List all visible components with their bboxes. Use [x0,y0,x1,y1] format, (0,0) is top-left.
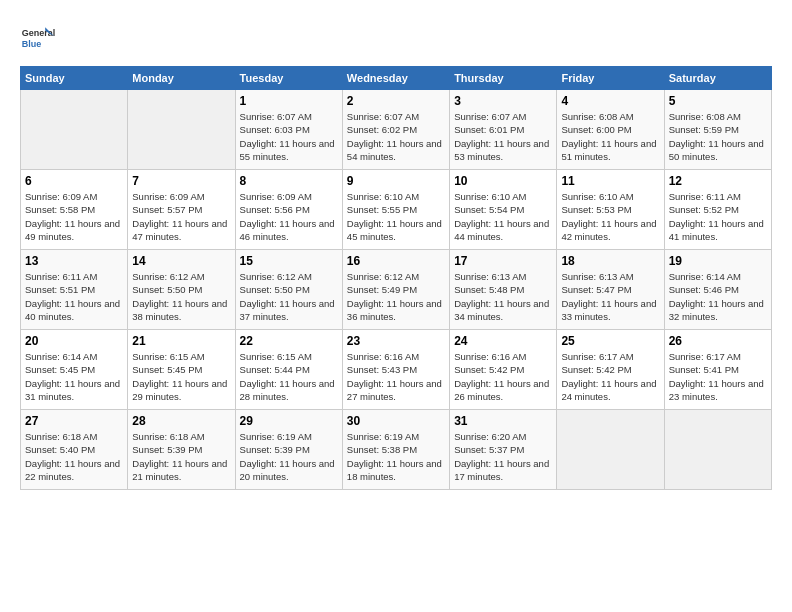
day-number: 29 [240,414,338,428]
calendar-cell [557,410,664,490]
col-header-tuesday: Tuesday [235,67,342,90]
day-details: Sunrise: 6:13 AMSunset: 5:48 PMDaylight:… [454,270,552,323]
calendar-cell: 28Sunrise: 6:18 AMSunset: 5:39 PMDayligh… [128,410,235,490]
day-number: 12 [669,174,767,188]
day-number: 10 [454,174,552,188]
calendar-cell: 7Sunrise: 6:09 AMSunset: 5:57 PMDaylight… [128,170,235,250]
calendar-cell: 25Sunrise: 6:17 AMSunset: 5:42 PMDayligh… [557,330,664,410]
day-details: Sunrise: 6:11 AMSunset: 5:51 PMDaylight:… [25,270,123,323]
day-details: Sunrise: 6:07 AMSunset: 6:03 PMDaylight:… [240,110,338,163]
day-details: Sunrise: 6:12 AMSunset: 5:50 PMDaylight:… [132,270,230,323]
day-number: 1 [240,94,338,108]
day-details: Sunrise: 6:17 AMSunset: 5:41 PMDaylight:… [669,350,767,403]
col-header-wednesday: Wednesday [342,67,449,90]
day-number: 22 [240,334,338,348]
calendar-cell: 26Sunrise: 6:17 AMSunset: 5:41 PMDayligh… [664,330,771,410]
day-details: Sunrise: 6:12 AMSunset: 5:49 PMDaylight:… [347,270,445,323]
day-details: Sunrise: 6:09 AMSunset: 5:56 PMDaylight:… [240,190,338,243]
calendar-cell [128,90,235,170]
day-number: 3 [454,94,552,108]
col-header-saturday: Saturday [664,67,771,90]
page-header: General Blue [20,20,772,56]
calendar-cell: 19Sunrise: 6:14 AMSunset: 5:46 PMDayligh… [664,250,771,330]
day-number: 8 [240,174,338,188]
day-number: 4 [561,94,659,108]
day-number: 24 [454,334,552,348]
day-number: 5 [669,94,767,108]
day-number: 11 [561,174,659,188]
logo: General Blue [20,20,56,56]
svg-text:Blue: Blue [22,39,42,49]
day-number: 2 [347,94,445,108]
day-details: Sunrise: 6:07 AMSunset: 6:01 PMDaylight:… [454,110,552,163]
day-details: Sunrise: 6:10 AMSunset: 5:55 PMDaylight:… [347,190,445,243]
col-header-monday: Monday [128,67,235,90]
calendar-cell: 17Sunrise: 6:13 AMSunset: 5:48 PMDayligh… [450,250,557,330]
calendar-cell: 5Sunrise: 6:08 AMSunset: 5:59 PMDaylight… [664,90,771,170]
day-number: 13 [25,254,123,268]
calendar-cell: 10Sunrise: 6:10 AMSunset: 5:54 PMDayligh… [450,170,557,250]
calendar-cell: 2Sunrise: 6:07 AMSunset: 6:02 PMDaylight… [342,90,449,170]
calendar-cell: 27Sunrise: 6:18 AMSunset: 5:40 PMDayligh… [21,410,128,490]
day-details: Sunrise: 6:10 AMSunset: 5:54 PMDaylight:… [454,190,552,243]
calendar-cell: 4Sunrise: 6:08 AMSunset: 6:00 PMDaylight… [557,90,664,170]
day-details: Sunrise: 6:08 AMSunset: 5:59 PMDaylight:… [669,110,767,163]
day-details: Sunrise: 6:16 AMSunset: 5:43 PMDaylight:… [347,350,445,403]
calendar-cell [664,410,771,490]
calendar-cell: 23Sunrise: 6:16 AMSunset: 5:43 PMDayligh… [342,330,449,410]
day-number: 7 [132,174,230,188]
calendar-cell: 18Sunrise: 6:13 AMSunset: 5:47 PMDayligh… [557,250,664,330]
day-details: Sunrise: 6:12 AMSunset: 5:50 PMDaylight:… [240,270,338,323]
day-number: 21 [132,334,230,348]
day-details: Sunrise: 6:13 AMSunset: 5:47 PMDaylight:… [561,270,659,323]
calendar-cell: 12Sunrise: 6:11 AMSunset: 5:52 PMDayligh… [664,170,771,250]
col-header-friday: Friday [557,67,664,90]
day-number: 26 [669,334,767,348]
day-details: Sunrise: 6:15 AMSunset: 5:44 PMDaylight:… [240,350,338,403]
day-details: Sunrise: 6:19 AMSunset: 5:39 PMDaylight:… [240,430,338,483]
day-number: 17 [454,254,552,268]
day-details: Sunrise: 6:15 AMSunset: 5:45 PMDaylight:… [132,350,230,403]
calendar-cell: 13Sunrise: 6:11 AMSunset: 5:51 PMDayligh… [21,250,128,330]
calendar-cell: 20Sunrise: 6:14 AMSunset: 5:45 PMDayligh… [21,330,128,410]
day-number: 23 [347,334,445,348]
day-number: 20 [25,334,123,348]
calendar-cell: 30Sunrise: 6:19 AMSunset: 5:38 PMDayligh… [342,410,449,490]
calendar-table: SundayMondayTuesdayWednesdayThursdayFrid… [20,66,772,490]
day-number: 25 [561,334,659,348]
day-number: 30 [347,414,445,428]
calendar-cell: 15Sunrise: 6:12 AMSunset: 5:50 PMDayligh… [235,250,342,330]
day-details: Sunrise: 6:19 AMSunset: 5:38 PMDaylight:… [347,430,445,483]
day-details: Sunrise: 6:09 AMSunset: 5:57 PMDaylight:… [132,190,230,243]
calendar-cell: 31Sunrise: 6:20 AMSunset: 5:37 PMDayligh… [450,410,557,490]
calendar-cell: 8Sunrise: 6:09 AMSunset: 5:56 PMDaylight… [235,170,342,250]
day-number: 27 [25,414,123,428]
day-number: 14 [132,254,230,268]
day-number: 9 [347,174,445,188]
calendar-cell: 11Sunrise: 6:10 AMSunset: 5:53 PMDayligh… [557,170,664,250]
day-number: 19 [669,254,767,268]
day-details: Sunrise: 6:16 AMSunset: 5:42 PMDaylight:… [454,350,552,403]
day-details: Sunrise: 6:08 AMSunset: 6:00 PMDaylight:… [561,110,659,163]
day-details: Sunrise: 6:20 AMSunset: 5:37 PMDaylight:… [454,430,552,483]
day-details: Sunrise: 6:14 AMSunset: 5:45 PMDaylight:… [25,350,123,403]
calendar-cell [21,90,128,170]
calendar-cell: 29Sunrise: 6:19 AMSunset: 5:39 PMDayligh… [235,410,342,490]
day-number: 28 [132,414,230,428]
day-details: Sunrise: 6:17 AMSunset: 5:42 PMDaylight:… [561,350,659,403]
day-details: Sunrise: 6:18 AMSunset: 5:40 PMDaylight:… [25,430,123,483]
calendar-cell: 6Sunrise: 6:09 AMSunset: 5:58 PMDaylight… [21,170,128,250]
day-details: Sunrise: 6:09 AMSunset: 5:58 PMDaylight:… [25,190,123,243]
calendar-cell: 14Sunrise: 6:12 AMSunset: 5:50 PMDayligh… [128,250,235,330]
day-number: 18 [561,254,659,268]
calendar-cell: 9Sunrise: 6:10 AMSunset: 5:55 PMDaylight… [342,170,449,250]
day-details: Sunrise: 6:14 AMSunset: 5:46 PMDaylight:… [669,270,767,323]
col-header-sunday: Sunday [21,67,128,90]
calendar-cell: 3Sunrise: 6:07 AMSunset: 6:01 PMDaylight… [450,90,557,170]
calendar-cell: 22Sunrise: 6:15 AMSunset: 5:44 PMDayligh… [235,330,342,410]
day-number: 15 [240,254,338,268]
day-details: Sunrise: 6:10 AMSunset: 5:53 PMDaylight:… [561,190,659,243]
day-details: Sunrise: 6:11 AMSunset: 5:52 PMDaylight:… [669,190,767,243]
day-details: Sunrise: 6:07 AMSunset: 6:02 PMDaylight:… [347,110,445,163]
calendar-cell: 21Sunrise: 6:15 AMSunset: 5:45 PMDayligh… [128,330,235,410]
